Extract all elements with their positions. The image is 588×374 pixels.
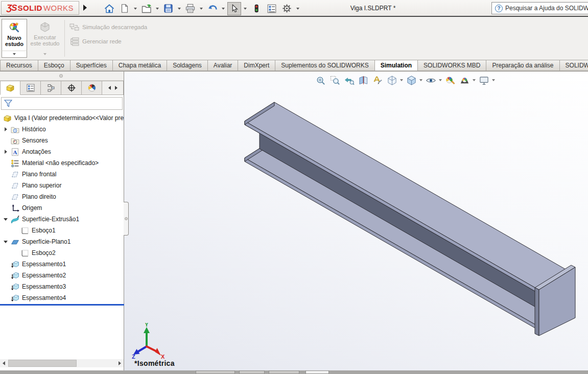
plane-icon <box>11 193 19 201</box>
new-study-button[interactable]: Novo estudo <box>2 19 27 58</box>
tab-dimxpert-manager[interactable] <box>61 81 82 95</box>
plane-icon <box>11 181 19 190</box>
scroll-left-icon[interactable] <box>108 86 111 90</box>
open-document-button[interactable] <box>139 2 153 15</box>
expand-down-icon[interactable] <box>4 241 8 243</box>
triad-y-label: Y <box>145 323 149 328</box>
simulation-ribbon: Novo estudo Executar este estudo Simulaç… <box>0 18 588 60</box>
new-study-dropdown[interactable] <box>2 51 27 58</box>
panel-top-splitter[interactable] <box>0 72 124 81</box>
thicken-icon <box>11 294 19 302</box>
options-gear-icon <box>281 3 292 14</box>
tab-esboco[interactable]: Esboço <box>38 60 70 71</box>
print-dropdown-icon[interactable] <box>200 8 203 10</box>
thicken-icon <box>11 283 19 291</box>
scrollbar-thumb[interactable] <box>8 360 77 367</box>
expand-down-icon[interactable] <box>4 218 8 221</box>
rebuild-button[interactable] <box>249 2 263 15</box>
graphics-viewport[interactable]: Y Z X *Isométrica <box>124 72 588 374</box>
new-document-dropdown-icon[interactable] <box>134 8 137 10</box>
tree-item-origem[interactable]: Origem <box>0 202 124 214</box>
manage-network-item[interactable]: Gerenciar rede <box>69 36 122 46</box>
thicken-icon <box>11 260 19 269</box>
tree-item-superficie-plano1[interactable]: Superfície-Plano1 <box>0 236 124 247</box>
scroll-right-icon[interactable] <box>115 86 117 90</box>
scroll-left-button[interactable] <box>0 359 8 367</box>
options-dropdown-icon[interactable] <box>296 8 299 10</box>
tree-item-historico[interactable]: Histórico <box>0 124 124 135</box>
tab-solidworks-mbd[interactable]: SOLIDWORKS MBD <box>417 60 486 71</box>
tab-property-manager[interactable] <box>20 81 41 95</box>
options-button[interactable] <box>280 2 294 15</box>
undo-dropdown-icon[interactable] <box>222 8 225 10</box>
tab-superficies[interactable]: Superfícies <box>70 60 112 71</box>
tree-item-esboco2[interactable]: Esboço2 <box>0 247 124 259</box>
part-icon <box>6 83 15 92</box>
tree-root-item[interactable]: Viga I (Valor predeterminado<<Valor pre <box>0 112 124 124</box>
save-dropdown-icon[interactable] <box>178 8 181 10</box>
print-button[interactable] <box>183 2 197 15</box>
document-tab[interactable] <box>196 370 235 374</box>
tree-item-espessamento1[interactable]: Espessamento1 <box>0 259 124 270</box>
tree-item-sensores[interactable]: Sensores <box>0 135 124 146</box>
tab-chapa-metalica[interactable]: Chapa metálica <box>112 60 167 71</box>
tab-preparacao-analise[interactable]: Preparação da análise <box>486 60 559 71</box>
tab-solidworks-cam[interactable]: SOLIDWORKS CAM <box>559 60 588 71</box>
solidworks-logo[interactable]: ƷS SOLIDWORKS <box>1 1 79 15</box>
tree-item-espessamento4[interactable]: Espessamento4 <box>0 292 124 303</box>
tab-configuration-manager[interactable] <box>41 81 61 95</box>
tree-horizontal-scrollbar[interactable] <box>0 359 124 367</box>
save-button[interactable] <box>161 2 175 15</box>
tab-avaliar[interactable]: Avaliar <box>207 60 238 71</box>
run-study-dropdown[interactable] <box>29 51 61 58</box>
document-tab[interactable] <box>239 370 265 374</box>
tab-recursos[interactable]: Recursos <box>0 60 38 71</box>
scroll-right-button[interactable] <box>116 359 124 367</box>
tree-item-esboco1[interactable]: Esboço1 <box>0 225 124 236</box>
rollback-bar[interactable] <box>0 304 124 306</box>
view-orientation-label: *Isométrica <box>134 359 175 367</box>
expand-right-icon[interactable] <box>5 127 7 131</box>
help-circle-icon: ? <box>495 5 503 12</box>
search-help-input[interactable]: ? Pesquisar a Ajuda do SOLIDWO <box>491 2 588 14</box>
home-icon <box>104 3 115 14</box>
tree-item-anotacoes[interactable]: A Anotações <box>0 146 124 157</box>
tree-filter-box[interactable] <box>1 97 123 110</box>
main-toolbar <box>102 2 300 15</box>
tree-item-plano-superior[interactable]: Plano superior <box>0 180 124 191</box>
new-document-icon <box>120 3 130 14</box>
tab-simulation[interactable]: Simulation <box>374 60 417 71</box>
undo-button[interactable] <box>205 2 219 15</box>
new-study-icon <box>8 21 20 34</box>
manage-network-label: Gerenciar rede <box>82 38 122 44</box>
tree-item-espessamento2[interactable]: Espessamento2 <box>0 270 124 281</box>
open-document-dropdown-icon[interactable] <box>156 8 159 10</box>
tree-item-plano-frontal[interactable]: Plano frontal <box>0 169 124 180</box>
select-tool-dropdown-icon[interactable] <box>244 8 247 10</box>
document-tab[interactable] <box>269 370 299 374</box>
title-bar: ƷS SOLIDWORKS <box>0 0 588 17</box>
select-tool-button[interactable] <box>227 2 241 15</box>
panel-splitter-handle[interactable] <box>124 202 129 236</box>
display-pane-button[interactable] <box>265 2 278 15</box>
splitter-dot-icon <box>125 217 128 220</box>
tab-soldagens[interactable]: Soldagens <box>167 60 207 71</box>
tree-item-plano-direito[interactable]: Plano direito <box>0 191 124 202</box>
document-tab[interactable] <box>305 370 329 374</box>
run-study-button[interactable]: Executar este estudo <box>29 19 61 58</box>
tab-feature-manager[interactable] <box>0 81 20 95</box>
expand-right-icon[interactable] <box>5 150 7 154</box>
new-document-button[interactable] <box>117 2 131 15</box>
tab-display-manager[interactable] <box>82 81 102 95</box>
simulation-offloaded-item[interactable]: Simulação descarregada <box>69 22 147 32</box>
tree-item-superficie-extrusao1[interactable]: Superfície-Extrusão1 <box>0 214 124 225</box>
home-button[interactable] <box>102 2 116 15</box>
plane-icon <box>11 170 19 179</box>
document-title: Viga I.SLDPRT * <box>304 5 442 12</box>
tree-item-material[interactable]: Material <não especificado> <box>0 157 124 169</box>
tree-item-espessamento3[interactable]: Espessamento3 <box>0 281 124 292</box>
menu-flyout-arrow-icon[interactable] <box>83 5 87 11</box>
tab-suplementos[interactable]: Suplementos do SOLIDWORKS <box>275 60 374 71</box>
tab-dimxpert[interactable]: DimXpert <box>238 60 275 71</box>
model-i-beam[interactable] <box>124 72 588 374</box>
